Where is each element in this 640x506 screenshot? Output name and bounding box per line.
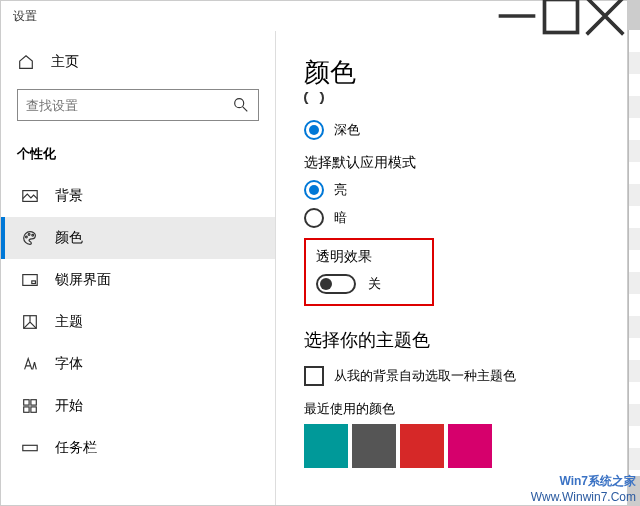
radio-icon-selected — [304, 180, 324, 200]
palette-icon — [21, 229, 39, 247]
svg-point-1 — [235, 99, 244, 108]
sidebar-item-label: 颜色 — [55, 229, 83, 247]
sidebar-item-colors[interactable]: 颜色 — [1, 217, 275, 259]
color-swatch[interactable] — [448, 424, 492, 468]
home-label: 主页 — [51, 53, 79, 71]
color-swatch[interactable] — [352, 424, 396, 468]
radio-icon — [304, 208, 324, 228]
radio-app-mode-light[interactable]: 亮 — [304, 180, 619, 200]
svg-rect-12 — [31, 407, 36, 412]
sidebar: 主页 个性化 背景 颜色 — [1, 31, 276, 505]
transparency-label: 透明效果 — [316, 248, 422, 266]
background-strip — [628, 30, 640, 476]
highlight-box: 透明效果 关 — [304, 238, 434, 306]
transparency-toggle-row: 关 — [316, 274, 422, 294]
fonts-icon — [21, 355, 39, 373]
radio-label: 深色 — [334, 121, 360, 139]
accent-heading: 选择你的主题色 — [304, 328, 619, 352]
auto-pick-row[interactable]: 从我的背景自动选取一种主题色 — [304, 366, 619, 386]
radio-label: 暗 — [334, 209, 347, 227]
checkbox-icon — [304, 366, 324, 386]
lockscreen-icon — [21, 271, 39, 289]
color-swatch[interactable] — [400, 424, 444, 468]
sidebar-item-label: 开始 — [55, 397, 83, 415]
category-header: 个性化 — [1, 139, 275, 175]
home-icon — [17, 53, 35, 71]
search-icon — [232, 96, 250, 114]
picture-icon — [21, 187, 39, 205]
themes-icon — [21, 313, 39, 331]
minimize-button[interactable] — [495, 1, 539, 31]
sidebar-item-fonts[interactable]: 字体 — [1, 343, 275, 385]
close-button[interactable] — [583, 1, 627, 31]
sidebar-item-themes[interactable]: 主题 — [1, 301, 275, 343]
window-title: 设置 — [13, 8, 495, 25]
svg-point-3 — [26, 236, 28, 238]
taskbar-icon — [21, 439, 39, 457]
svg-rect-7 — [32, 281, 36, 284]
checkbox-label: 从我的背景自动选取一种主题色 — [334, 367, 516, 385]
window-controls — [495, 1, 627, 31]
svg-rect-13 — [23, 445, 37, 450]
svg-point-4 — [28, 234, 30, 236]
maximize-button[interactable] — [539, 1, 583, 31]
sidebar-item-start[interactable]: 开始 — [1, 385, 275, 427]
page-title: 颜色 — [304, 55, 619, 90]
app-mode-label: 选择默认应用模式 — [304, 154, 619, 172]
sidebar-item-label: 字体 — [55, 355, 83, 373]
sidebar-item-label: 锁屏界面 — [55, 271, 111, 289]
svg-rect-9 — [24, 400, 29, 405]
radio-label: 亮 — [334, 181, 347, 199]
recent-swatches — [304, 424, 619, 468]
svg-rect-10 — [31, 400, 36, 405]
start-icon — [21, 397, 39, 415]
sidebar-item-taskbar[interactable]: 任务栏 — [1, 427, 275, 469]
radio-windows-mode-dark[interactable]: 深色 — [304, 120, 619, 140]
svg-point-5 — [32, 234, 34, 236]
window-body: 主页 个性化 背景 颜色 — [1, 31, 627, 505]
search-input[interactable] — [26, 98, 232, 113]
sidebar-item-label: 任务栏 — [55, 439, 97, 457]
settings-window: 设置 主页 — [0, 0, 628, 506]
sidebar-item-lockscreen[interactable]: 锁屏界面 — [1, 259, 275, 301]
search-box[interactable] — [17, 89, 259, 121]
sidebar-item-label: 背景 — [55, 187, 83, 205]
svg-rect-0 — [545, 0, 578, 33]
sidebar-item-label: 主题 — [55, 313, 83, 331]
toggle-state: 关 — [368, 275, 381, 293]
toggle-switch[interactable] — [316, 274, 356, 294]
home-link[interactable]: 主页 — [1, 45, 275, 79]
content-pane: 颜色 深色 选择默认应用模式 亮 暗 透明效果 关 — [276, 31, 627, 505]
color-swatch[interactable] — [304, 424, 348, 468]
sidebar-item-background[interactable]: 背景 — [1, 175, 275, 217]
recent-colors-label: 最近使用的颜色 — [304, 400, 619, 418]
radio-partial-hidden[interactable] — [304, 92, 619, 104]
svg-rect-11 — [24, 407, 29, 412]
radio-app-mode-dark[interactable]: 暗 — [304, 208, 619, 228]
radio-icon — [304, 92, 324, 104]
titlebar: 设置 — [1, 1, 627, 31]
radio-icon-selected — [304, 120, 324, 140]
